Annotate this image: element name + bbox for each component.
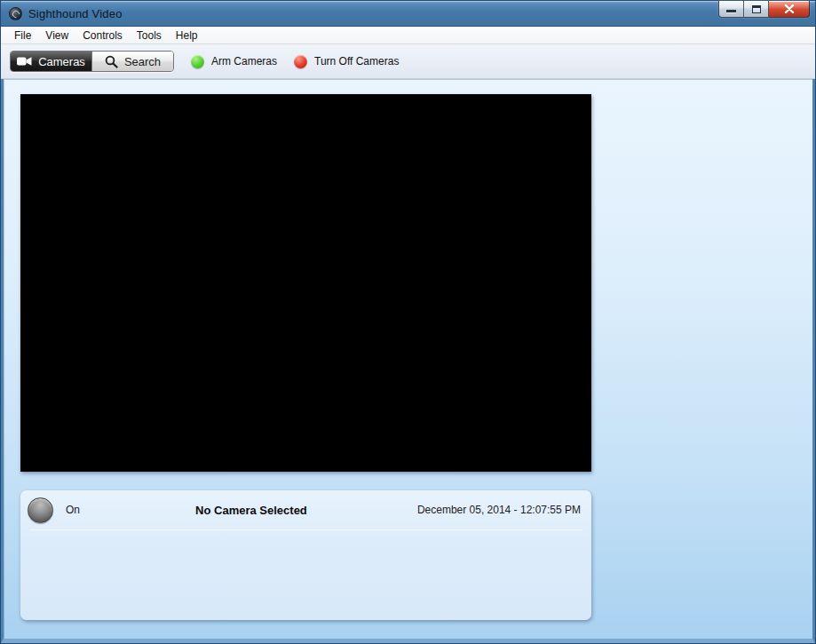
maximize-icon (752, 5, 761, 13)
arm-cameras-label: Arm Cameras (211, 55, 277, 68)
view-toggle: Cameras Search (10, 51, 174, 72)
menu-help[interactable]: Help (169, 28, 205, 44)
maximize-button[interactable] (744, 1, 769, 18)
camera-power-label: On (66, 504, 85, 516)
green-status-orb-icon (191, 55, 204, 68)
app-logo-icon (9, 7, 22, 20)
window-title: Sighthound Video (28, 7, 123, 20)
menu-file[interactable]: File (7, 28, 38, 44)
minimize-icon (726, 10, 736, 12)
tab-search-label: Search (124, 55, 161, 68)
camera-status-header: On No Camera Selected December 05, 2014 … (20, 490, 591, 529)
tab-cameras[interactable]: Cameras (11, 52, 91, 71)
turn-off-cameras-button[interactable]: Turn Off Cameras (294, 55, 399, 68)
menu-view[interactable]: View (38, 28, 75, 44)
minimize-button[interactable] (718, 1, 744, 18)
camera-power-orb-button[interactable] (28, 497, 53, 523)
toolbar: Cameras Search Arm Cameras Turn Off Came… (1, 44, 815, 79)
tab-search[interactable]: Search (91, 52, 173, 71)
panel-body (20, 530, 591, 618)
magnifier-icon (105, 55, 118, 68)
menu-tools[interactable]: Tools (130, 28, 169, 44)
close-icon (784, 4, 795, 13)
close-button[interactable] (769, 1, 810, 18)
app-window: Sighthound Video File View Controls Tool… (0, 0, 816, 644)
arm-cameras-button[interactable]: Arm Cameras (191, 55, 277, 68)
tab-cameras-label: Cameras (38, 55, 85, 68)
menu-controls[interactable]: Controls (75, 28, 130, 44)
camera-status-panel: On No Camera Selected December 05, 2014 … (20, 490, 591, 620)
video-display (20, 94, 591, 472)
titlebar[interactable]: Sighthound Video (1, 1, 815, 27)
video-camera-icon (17, 56, 32, 67)
client-area: On No Camera Selected December 05, 2014 … (1, 79, 815, 643)
camera-selection-title: No Camera Selected (85, 504, 417, 517)
camera-timestamp: December 05, 2014 - 12:07:55 PM (417, 504, 581, 516)
menubar: File View Controls Tools Help (1, 27, 815, 44)
window-controls (718, 1, 810, 18)
red-status-orb-icon (294, 55, 307, 68)
turn-off-cameras-label: Turn Off Cameras (314, 55, 399, 68)
